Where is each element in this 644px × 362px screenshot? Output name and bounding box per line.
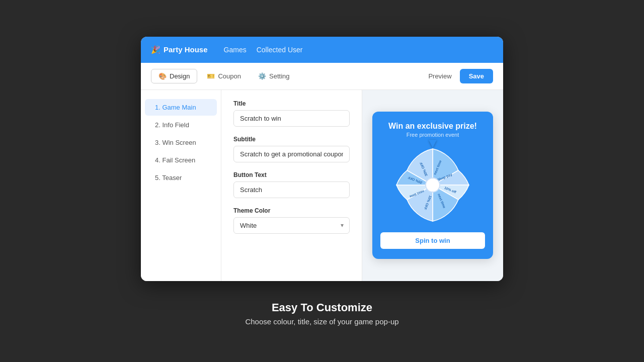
subtitle-group: Subtitle: [233, 136, 350, 162]
header: 🎉 Party House Games Collected User: [141, 37, 503, 63]
sidebar-item-win-screen[interactable]: 3. Win Screen: [145, 134, 217, 151]
title-input[interactable]: [233, 110, 350, 127]
button-text-label: Button Text: [233, 171, 350, 178]
tab-coupon-label: Coupon: [218, 72, 241, 80]
main-content: 1. Game Main 2. Info Field 3. Win Screen…: [141, 90, 503, 281]
title-label: Title: [233, 100, 350, 107]
brand: 🎉 Party House: [151, 45, 208, 54]
sidebar: 1. Game Main 2. Info Field 3. Win Screen…: [141, 90, 221, 281]
tab-setting-label: Setting: [269, 72, 289, 80]
save-button[interactable]: Save: [460, 69, 493, 83]
preview-button[interactable]: Preview: [422, 69, 457, 83]
button-text-input[interactable]: [233, 182, 350, 198]
bottom-subtitle: Choose colour, title, size of your game …: [245, 317, 398, 326]
coupon-icon: 🎫: [207, 72, 215, 80]
tab-bar: 🎨 Design 🎫 Coupon ⚙️ Setting Preview Sav…: [141, 63, 503, 90]
preview-panel: Win an exclusive prize! Free promotion e…: [362, 90, 503, 281]
button-text-group: Button Text: [233, 171, 350, 198]
game-popup: Win an exclusive prize! Free promotion e…: [372, 112, 493, 259]
nav-collected-user[interactable]: Collected User: [257, 46, 303, 54]
spin-wheel: 10% OFF next time 20% OFF 30% OFF next t…: [392, 145, 473, 225]
sidebar-item-fail-screen[interactable]: 4. Fail Screen: [145, 152, 217, 168]
popup-title: Win an exclusive prize!: [380, 122, 485, 131]
theme-color-group: Theme Color White Blue Dark Green ▾: [233, 207, 350, 234]
wheel-arrow-icon: [429, 140, 437, 148]
sidebar-item-teaser[interactable]: 5. Teaser: [145, 169, 217, 186]
svg-point-8: [426, 178, 440, 192]
subtitle-label: Subtitle: [233, 136, 350, 143]
subtitle-input[interactable]: [233, 146, 350, 162]
spin-to-win-button[interactable]: Spin to win: [380, 232, 485, 249]
nav-games[interactable]: Games: [224, 46, 247, 54]
brand-icon: 🎉: [151, 45, 160, 54]
tab-setting[interactable]: ⚙️ Setting: [251, 69, 297, 83]
form-panel: Title Subtitle Button Text Theme Color W…: [221, 90, 362, 281]
bottom-section: Easy To Customize Choose colour, title, …: [245, 301, 398, 326]
theme-color-select-wrapper: White Blue Dark Green ▾: [233, 217, 350, 234]
brand-name: Party House: [164, 45, 208, 54]
tab-design[interactable]: 🎨 Design: [151, 69, 197, 83]
popup-subtitle: Free promotion event: [380, 132, 485, 138]
tab-design-label: Design: [170, 72, 190, 80]
tab-coupon[interactable]: 🎫 Coupon: [199, 69, 249, 83]
sidebar-item-game-main[interactable]: 1. Game Main: [145, 99, 217, 116]
theme-color-label: Theme Color: [233, 207, 350, 214]
wheel-container: 10% OFF next time 20% OFF 30% OFF next t…: [392, 145, 473, 225]
app-window: 🎉 Party House Games Collected User 🎨 Des…: [141, 37, 503, 281]
design-icon: 🎨: [158, 72, 167, 80]
setting-icon: ⚙️: [258, 72, 266, 80]
header-nav: Games Collected User: [224, 46, 303, 54]
bottom-title: Easy To Customize: [245, 301, 398, 314]
theme-color-select[interactable]: White Blue Dark Green: [233, 217, 350, 234]
title-group: Title: [233, 100, 350, 127]
sidebar-item-info-field[interactable]: 2. Info Field: [145, 117, 217, 133]
